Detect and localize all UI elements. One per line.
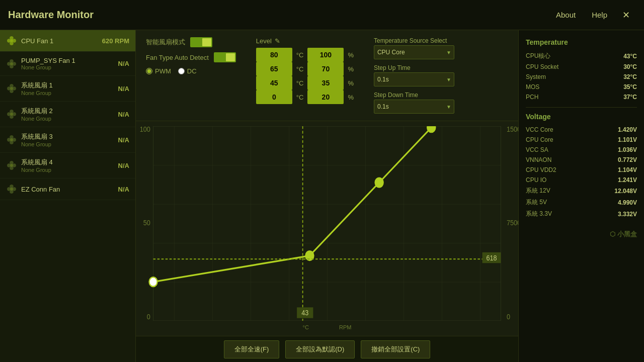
pwm-option[interactable]: PWM [146, 67, 171, 75]
dc-radio[interactable] [178, 68, 185, 74]
temp-input-3[interactable] [256, 90, 292, 104]
pct-input-2[interactable] [307, 76, 344, 90]
svg-text:50: 50 [143, 219, 150, 227]
voltage-stat-name: VCC SA [526, 146, 548, 153]
voltage-stat-name: CPU IO [526, 176, 546, 184]
temp-unit-3: °C [296, 94, 304, 101]
level-row-3: °C % [256, 90, 354, 104]
set-default-button[interactable]: 全部設為默認(D) [285, 340, 355, 358]
about-button[interactable]: About [549, 8, 583, 22]
pwm-label: PWM [155, 67, 171, 75]
pct-input-3[interactable] [307, 90, 344, 104]
fan-info: 系統風扇 4 None Group [21, 158, 95, 173]
pwmdc-section: PWM DC [146, 67, 236, 75]
temp-stat-row: CPU Socket 30°C [526, 62, 637, 72]
bottom-bar: 全部全速(F) 全部設為默認(D) 撤銷全部設置(C) [136, 336, 518, 362]
logo-watermark: ⬡ 小黑盒 [526, 230, 637, 239]
level-row-0: °C % [256, 48, 354, 62]
fan-rpm: N/A [99, 186, 129, 193]
sidebar-item-sys-fan-1[interactable]: 系統風扇 1 None Group N/A [0, 76, 135, 102]
svg-rect-7 [153, 126, 501, 321]
fan-group: None Group [21, 64, 95, 70]
voltage-stat-value: 1.241V [618, 176, 637, 184]
voltage-stat-row: CPU IO 1.241V [526, 175, 637, 185]
voltage-stat-value: 12.048V [614, 188, 637, 195]
svg-text:15000: 15000 [507, 126, 518, 133]
temp-stat-value: 43°C [623, 53, 637, 60]
temp-stat-name: CPU核心 [526, 52, 550, 60]
fan-name: PUMP_SYS Fan 1 [21, 57, 95, 64]
voltage-stat-value: 1.036V [618, 146, 637, 153]
level-row-2: °C % [256, 76, 354, 90]
level-header: Level ✎ [256, 37, 354, 45]
full-speed-button[interactable]: 全部全速(F) [224, 340, 280, 358]
voltage-stat-value: 1.101V [618, 136, 637, 143]
chart-area: 100 50 0 15000 7500 0 43 [136, 121, 518, 336]
voltage-stats: VCC Core 1.420V CPU Core 1.101V VCC SA 1… [526, 125, 637, 220]
temp-stat-value: 30°C [623, 63, 637, 70]
fan-info: PUMP_SYS Fan 1 None Group [21, 57, 95, 70]
temp-source-select[interactable]: CPU CoreCPU SocketSystemMOSPCH [374, 45, 454, 59]
curve-point-3[interactable] [375, 178, 383, 188]
smart-fan-section: 智能風扇模式 [146, 37, 236, 47]
level-section: Level ✎ °C % °C % °C % °C % [256, 37, 354, 104]
voltage-stat-value: 1.104V [618, 166, 637, 173]
voltage-stat-row: CPU Core 1.101V [526, 135, 637, 145]
close-button[interactable]: ✕ [616, 7, 636, 24]
chart-x-label: °C [303, 324, 309, 330]
level-rows: °C % °C % °C % °C % [256, 48, 354, 104]
fan-icon [6, 184, 17, 195]
pct-unit-1: % [348, 65, 354, 73]
fan-info: CPU Fan 1 [21, 37, 95, 45]
voltage-stat-name: VNNAON [526, 156, 551, 163]
fan-curve-chart[interactable]: 100 50 0 15000 7500 0 43 [136, 126, 518, 321]
sidebar-item-ez-conn[interactable]: EZ Conn Fan N/A [0, 178, 135, 200]
main-layout: CPU Fan 1 620 RPM PUMP_SYS Fan 1 None Gr… [0, 30, 644, 362]
cancel-all-button[interactable]: 撤銷全部設置(C) [361, 340, 430, 358]
sidebar-item-cpu-fan-1[interactable]: CPU Fan 1 620 RPM [0, 30, 135, 52]
pct-input-1[interactable] [307, 62, 344, 76]
help-button[interactable]: Help [585, 8, 614, 22]
temp-input-1[interactable] [256, 62, 292, 76]
voltage-stat-row: CPU VDD2 1.104V [526, 165, 637, 175]
temp-unit-0: °C [296, 51, 304, 59]
sidebar-item-sys-fan-4[interactable]: 系統風扇 4 None Group N/A [0, 153, 135, 178]
fan-type-toggle[interactable] [214, 52, 236, 62]
pwm-radio[interactable] [146, 68, 152, 74]
fan-info: EZ Conn Fan [21, 186, 95, 193]
svg-text:100: 100 [140, 126, 150, 133]
fan-info: 系統風扇 1 None Group [21, 81, 95, 96]
temp-input-0[interactable] [256, 48, 292, 62]
voltage-stat-value: 3.332V [618, 211, 637, 218]
edit-icon[interactable]: ✎ [275, 37, 280, 45]
fan-rpm: N/A [99, 162, 129, 169]
pct-input-0[interactable] [307, 48, 344, 62]
current-temp-label: 43 [301, 309, 308, 317]
voltage-stat-row: VCC Core 1.420V [526, 125, 637, 135]
voltage-stat-row: 系統 12V 12.048V [526, 185, 637, 197]
fan-type-label: Fan Type Auto Detect [146, 54, 209, 61]
fan-name: CPU Fan 1 [21, 37, 95, 45]
step-up-wrapper: 0.1s0.2s0.5s1s2s ▼ [374, 72, 454, 86]
sidebar-item-pump-sys-1[interactable]: PUMP_SYS Fan 1 None Group N/A [0, 52, 135, 76]
step-down-select[interactable]: 0.1s0.2s0.5s1s2s [374, 100, 454, 114]
temp-input-2[interactable] [256, 76, 292, 90]
pct-unit-2: % [348, 79, 354, 87]
sidebar-item-sys-fan-3[interactable]: 系統風扇 3 None Group N/A [0, 127, 135, 153]
titlebar: Hardware Monitor About Help ✕ [0, 0, 644, 30]
sidebar-item-sys-fan-2[interactable]: 系統風扇 2 None Group N/A [0, 102, 135, 127]
fan-info: 系統風扇 3 None Group [21, 132, 95, 147]
svg-text:7500: 7500 [507, 219, 518, 227]
fan-rpm: N/A [99, 111, 129, 118]
voltage-stat-row: 系統 5V 4.990V [526, 197, 637, 208]
fan-icon [6, 58, 17, 69]
step-up-select[interactable]: 0.1s0.2s0.5s1s2s [374, 72, 454, 86]
current-rpm-label: 618 [486, 254, 497, 262]
svg-text:0: 0 [507, 313, 510, 321]
voltage-stat-name: 系統 5V [526, 198, 547, 207]
curve-point-1[interactable] [149, 277, 157, 287]
curve-point-4[interactable] [427, 126, 435, 132]
dc-option[interactable]: DC [178, 67, 197, 75]
smart-fan-toggle[interactable] [190, 37, 212, 47]
temp-stat-name: MOS [526, 83, 539, 90]
